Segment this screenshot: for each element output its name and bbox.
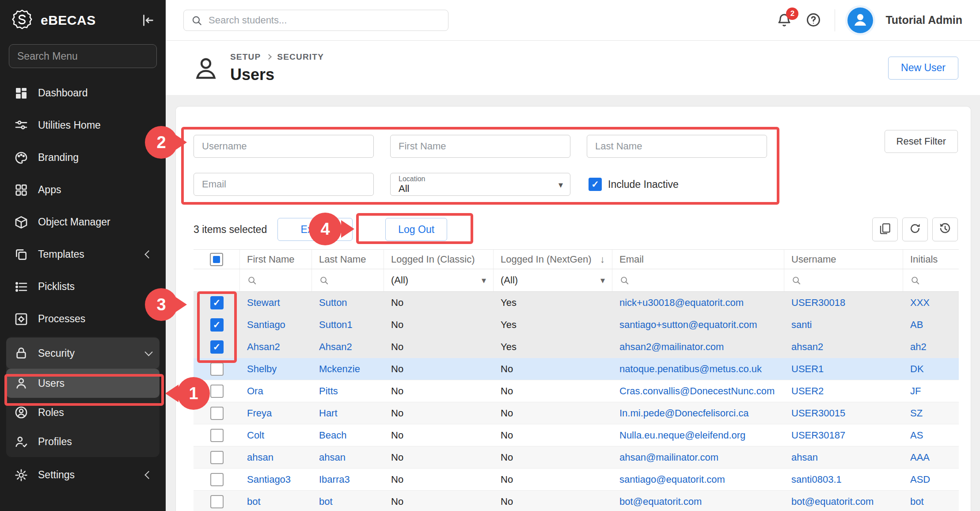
notifications-button[interactable]: 2 [776, 12, 793, 29]
sidebar-collapse-icon[interactable] [140, 13, 155, 28]
table-row[interactable]: Santiago3Ibarra3NoNosantiago@equatorit.c… [194, 469, 959, 491]
sidebar-item-users[interactable]: Users [6, 369, 160, 398]
history-button[interactable] [932, 217, 958, 241]
sidebar-item-settings[interactable]: Settings [6, 459, 160, 491]
cell-last-name[interactable]: ahsan [312, 452, 384, 463]
sort-desc-icon[interactable]: ↓ [600, 254, 605, 265]
filter-cell[interactable] [240, 269, 312, 291]
filter-cell[interactable] [903, 269, 959, 291]
row-checkbox[interactable] [210, 385, 224, 398]
filter-cell[interactable]: (All)▾ [384, 269, 494, 291]
table-row[interactable]: ✓StewartSuttonNoYesnick+u30018@equatorit… [194, 292, 959, 314]
cell-email[interactable]: In.mi.pede@Donecfelisorci.ca [612, 408, 784, 419]
sidebar-item-processes[interactable]: Processes [6, 303, 160, 335]
cell-email[interactable]: Nulla.eu.neque@eleifend.org [612, 430, 784, 441]
sidebar-item-roles[interactable]: Roles [6, 398, 160, 427]
cell-username[interactable]: USER30018 [784, 297, 903, 309]
cell-last-name[interactable]: Hart [312, 408, 384, 419]
cell-email[interactable]: natoque.penatibus@metus.co.uk [612, 363, 784, 375]
cell-username[interactable]: santi [784, 319, 903, 331]
cell-initials[interactable]: bot [903, 496, 959, 507]
refresh-button[interactable] [902, 217, 928, 241]
help-button[interactable] [805, 12, 822, 29]
cell-initials[interactable]: AB [903, 319, 959, 331]
cell-email[interactable]: santiago+sutton@equatorit.com [612, 319, 784, 331]
cell-username[interactable]: ahsan [784, 452, 903, 463]
location-select[interactable]: Location All ▾ [390, 173, 570, 196]
sidebar-item-templates[interactable]: Templates [6, 238, 160, 271]
cell-initials[interactable]: XXX [903, 297, 959, 309]
cell-first-name[interactable]: Shelby [240, 363, 312, 375]
sidebar-item-object-manager[interactable]: Object Manager [6, 206, 160, 238]
avatar[interactable] [847, 8, 873, 33]
cell-first-name[interactable]: Colt [240, 430, 312, 441]
row-checkbox[interactable] [210, 495, 224, 508]
cell-last-name[interactable]: Pitts [312, 385, 384, 397]
cell-email[interactable]: ahsan2@mailinator.com [612, 341, 784, 353]
sidebar-item-branding[interactable]: Branding [6, 141, 160, 174]
cell-last-name[interactable]: Sutton [312, 297, 384, 309]
global-search-input[interactable] [209, 15, 441, 26]
table-row[interactable]: botbotNoNobot@equatorit.combot@equatorit… [194, 491, 959, 511]
sidebar-item-utilities-home[interactable]: Utilities Home [6, 109, 160, 141]
column-header[interactable]: Logged In (Classic) [384, 250, 494, 269]
reset-filter-button[interactable]: Reset Filter [885, 130, 958, 153]
cell-username[interactable]: santi0803.1 [784, 474, 903, 485]
cell-username[interactable]: USER2 [784, 385, 903, 397]
filter-cell[interactable] [784, 269, 903, 291]
last-name-filter-input[interactable] [587, 135, 767, 158]
table-row[interactable]: ShelbyMckenzieNoNonatoque.penatibus@metu… [194, 358, 959, 380]
new-user-button[interactable]: New User [888, 57, 958, 80]
table-row[interactable]: ✓Ahsan2Ahsan2NoYesahsan2@mailinator.coma… [194, 336, 959, 358]
include-inactive-checkbox[interactable]: ✓ [589, 178, 602, 191]
sidebar-item-apps[interactable]: Apps [6, 174, 160, 206]
table-row[interactable]: FreyaHartNoNoIn.mi.pede@Donecfelisorci.c… [194, 402, 959, 424]
cell-username[interactable]: USER30187 [784, 430, 903, 441]
cell-email[interactable]: santiago@equatorit.com [612, 474, 784, 485]
row-checkbox[interactable] [210, 451, 224, 464]
cell-last-name[interactable]: Beach [312, 430, 384, 441]
cell-initials[interactable]: ah2 [903, 341, 959, 353]
first-name-filter-input[interactable] [390, 135, 570, 158]
sidebar-item-dashboard[interactable]: Dashboard [6, 77, 160, 109]
row-checkbox[interactable]: ✓ [210, 318, 224, 332]
sidebar-item-profiles[interactable]: Profiles [6, 427, 160, 456]
column-header[interactable]: Username [784, 250, 903, 269]
cell-initials[interactable]: AS [903, 430, 959, 441]
row-checkbox[interactable] [210, 473, 224, 486]
cell-first-name[interactable]: Santiago [240, 319, 312, 331]
row-checkbox[interactable] [210, 407, 224, 420]
cell-first-name[interactable]: bot [240, 496, 312, 507]
cell-initials[interactable]: DK [903, 363, 959, 375]
cell-email[interactable]: nick+u30018@equatorit.com [612, 297, 784, 309]
column-header[interactable]: First Name [240, 250, 312, 269]
sidebar-item-security[interactable]: Security [6, 338, 160, 369]
cell-initials[interactable]: AAA [903, 452, 959, 463]
filter-cell[interactable] [312, 269, 384, 291]
cell-initials[interactable]: JF [903, 385, 959, 397]
cell-email[interactable]: Cras.convallis@DonecestNunc.com [612, 385, 784, 397]
cell-initials[interactable]: SZ [903, 408, 959, 419]
cell-first-name[interactable]: Ora [240, 385, 312, 397]
cell-username[interactable]: USER1 [784, 363, 903, 375]
breadcrumb-setup[interactable]: SETUP [230, 52, 261, 62]
cell-first-name[interactable]: Freya [240, 408, 312, 419]
cell-last-name[interactable]: Mckenzie [312, 363, 384, 375]
cell-last-name[interactable]: bot [312, 496, 384, 507]
filter-cell[interactable] [612, 269, 784, 291]
row-checkbox[interactable]: ✓ [210, 296, 224, 309]
cell-first-name[interactable]: ahsan [240, 452, 312, 463]
cell-username[interactable]: ahsan2 [784, 341, 903, 353]
cell-last-name[interactable]: Sutton1 [312, 319, 384, 331]
table-row[interactable]: OraPittsNoNoCras.convallis@DonecestNunc.… [194, 380, 959, 402]
row-checkbox[interactable] [210, 362, 224, 376]
select-all-checkbox[interactable] [210, 253, 223, 266]
column-header[interactable]: Last Name [312, 250, 384, 269]
export-button[interactable] [872, 217, 898, 241]
column-header[interactable]: Logged In (NextGen)↓ [494, 250, 612, 269]
expire-button[interactable]: Expire [277, 218, 353, 241]
filter-cell[interactable]: (All)▾ [494, 269, 612, 291]
username-filter-input[interactable] [194, 135, 374, 158]
row-checkbox[interactable]: ✓ [210, 340, 224, 354]
sidebar-item-picklists[interactable]: Picklists [6, 271, 160, 303]
